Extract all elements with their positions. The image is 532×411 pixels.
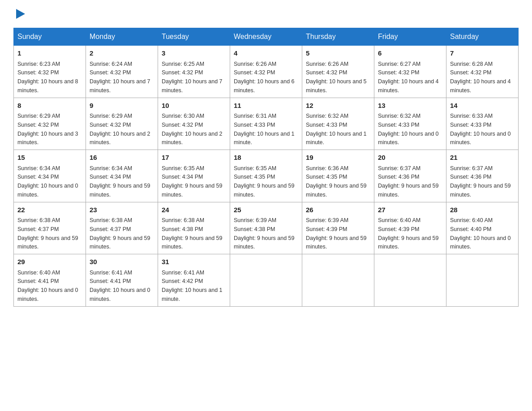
table-row: 19Sunrise: 6:36 AMSunset: 4:35 PMDayligh…: [302, 150, 374, 202]
day-number: 2: [90, 48, 154, 59]
table-row: [446, 254, 519, 307]
day-number: 22: [17, 205, 82, 215]
day-info: Sunrise: 6:40 AMSunset: 4:41 PMDaylight:…: [17, 270, 78, 302]
day-number: 19: [306, 153, 370, 163]
table-row: 16Sunrise: 6:34 AMSunset: 4:34 PMDayligh…: [86, 150, 158, 202]
week-row-4: 22Sunrise: 6:38 AMSunset: 4:37 PMDayligh…: [14, 202, 519, 254]
day-info: Sunrise: 6:32 AMSunset: 4:33 PMDaylight:…: [306, 113, 367, 146]
day-number: 9: [90, 101, 154, 111]
table-row: 28Sunrise: 6:40 AMSunset: 4:40 PMDayligh…: [446, 202, 519, 254]
day-number: 7: [450, 48, 515, 59]
day-number: 29: [17, 257, 82, 267]
table-row: 26Sunrise: 6:39 AMSunset: 4:39 PMDayligh…: [302, 202, 374, 254]
day-info: Sunrise: 6:38 AMSunset: 4:37 PMDaylight:…: [90, 217, 150, 250]
weekday-header-saturday: Saturday: [446, 28, 519, 46]
table-row: 25Sunrise: 6:39 AMSunset: 4:38 PMDayligh…: [230, 202, 302, 254]
day-info: Sunrise: 6:38 AMSunset: 4:37 PMDaylight:…: [17, 217, 78, 250]
day-info: Sunrise: 6:26 AMSunset: 4:32 PMDaylight:…: [306, 61, 367, 94]
logo: [13, 9, 25, 19]
week-row-1: 1Sunrise: 6:23 AMSunset: 4:32 PMDaylight…: [14, 46, 519, 98]
table-row: 22Sunrise: 6:38 AMSunset: 4:37 PMDayligh…: [14, 202, 86, 254]
table-row: 10Sunrise: 6:30 AMSunset: 4:32 PMDayligh…: [158, 98, 230, 150]
day-number: 10: [162, 101, 226, 111]
week-row-3: 15Sunrise: 6:34 AMSunset: 4:34 PMDayligh…: [14, 150, 519, 202]
table-row: 24Sunrise: 6:38 AMSunset: 4:38 PMDayligh…: [158, 202, 230, 254]
table-row: 15Sunrise: 6:34 AMSunset: 4:34 PMDayligh…: [14, 150, 86, 202]
weekday-header-row: SundayMondayTuesdayWednesdayThursdayFrid…: [14, 28, 519, 46]
svg-marker-0: [16, 9, 25, 19]
table-row: [374, 254, 446, 307]
day-info: Sunrise: 6:29 AMSunset: 4:32 PMDaylight:…: [17, 113, 78, 146]
day-info: Sunrise: 6:35 AMSunset: 4:34 PMDaylight:…: [162, 165, 223, 198]
day-number: 11: [234, 101, 298, 111]
day-number: 25: [234, 205, 298, 215]
day-info: Sunrise: 6:35 AMSunset: 4:35 PMDaylight:…: [234, 165, 295, 198]
table-row: 6Sunrise: 6:27 AMSunset: 4:32 PMDaylight…: [374, 46, 446, 98]
day-number: 18: [234, 153, 298, 163]
table-row: 27Sunrise: 6:40 AMSunset: 4:39 PMDayligh…: [374, 202, 446, 254]
day-number: 5: [306, 48, 370, 59]
day-info: Sunrise: 6:36 AMSunset: 4:35 PMDaylight:…: [306, 165, 367, 198]
day-number: 31: [162, 257, 226, 267]
weekday-header-friday: Friday: [374, 28, 446, 46]
day-info: Sunrise: 6:28 AMSunset: 4:32 PMDaylight:…: [450, 61, 511, 94]
day-info: Sunrise: 6:37 AMSunset: 4:36 PMDaylight:…: [450, 165, 511, 198]
table-row: 12Sunrise: 6:32 AMSunset: 4:33 PMDayligh…: [302, 98, 374, 150]
weekday-header-monday: Monday: [86, 28, 158, 46]
day-number: 13: [378, 101, 442, 111]
table-row: 11Sunrise: 6:31 AMSunset: 4:33 PMDayligh…: [230, 98, 302, 150]
table-row: 7Sunrise: 6:28 AMSunset: 4:32 PMDaylight…: [446, 46, 519, 98]
table-row: 14Sunrise: 6:33 AMSunset: 4:33 PMDayligh…: [446, 98, 519, 150]
day-info: Sunrise: 6:25 AMSunset: 4:32 PMDaylight:…: [162, 61, 223, 94]
day-number: 6: [378, 48, 442, 59]
weekday-header-sunday: Sunday: [14, 28, 86, 46]
table-row: 13Sunrise: 6:32 AMSunset: 4:33 PMDayligh…: [374, 98, 446, 150]
calendar-table: SundayMondayTuesdayWednesdayThursdayFrid…: [13, 28, 519, 307]
day-info: Sunrise: 6:40 AMSunset: 4:39 PMDaylight:…: [378, 217, 439, 250]
day-info: Sunrise: 6:32 AMSunset: 4:33 PMDaylight:…: [378, 113, 439, 146]
table-row: 18Sunrise: 6:35 AMSunset: 4:35 PMDayligh…: [230, 150, 302, 202]
table-row: 17Sunrise: 6:35 AMSunset: 4:34 PMDayligh…: [158, 150, 230, 202]
table-row: 8Sunrise: 6:29 AMSunset: 4:32 PMDaylight…: [14, 98, 86, 150]
day-number: 24: [162, 205, 226, 215]
day-info: Sunrise: 6:39 AMSunset: 4:39 PMDaylight:…: [306, 217, 367, 250]
day-number: 27: [378, 205, 442, 215]
page-header: [13, 9, 519, 19]
table-row: 21Sunrise: 6:37 AMSunset: 4:36 PMDayligh…: [446, 150, 519, 202]
day-info: Sunrise: 6:26 AMSunset: 4:32 PMDaylight:…: [234, 61, 295, 94]
day-number: 4: [234, 48, 298, 59]
day-info: Sunrise: 6:34 AMSunset: 4:34 PMDaylight:…: [90, 165, 150, 198]
table-row: [230, 254, 302, 307]
day-number: 23: [90, 205, 154, 215]
table-row: 31Sunrise: 6:41 AMSunset: 4:42 PMDayligh…: [158, 254, 230, 307]
table-row: 3Sunrise: 6:25 AMSunset: 4:32 PMDaylight…: [158, 46, 230, 98]
day-info: Sunrise: 6:30 AMSunset: 4:32 PMDaylight:…: [162, 113, 223, 146]
day-info: Sunrise: 6:23 AMSunset: 4:32 PMDaylight:…: [17, 61, 78, 94]
day-number: 16: [90, 153, 154, 163]
week-row-5: 29Sunrise: 6:40 AMSunset: 4:41 PMDayligh…: [14, 254, 519, 307]
day-number: 20: [378, 153, 442, 163]
day-number: 1: [17, 48, 82, 59]
logo-triangle-icon: [16, 9, 25, 19]
day-info: Sunrise: 6:27 AMSunset: 4:32 PMDaylight:…: [378, 61, 439, 94]
day-number: 17: [162, 153, 226, 163]
day-info: Sunrise: 6:40 AMSunset: 4:40 PMDaylight:…: [450, 217, 511, 250]
day-info: Sunrise: 6:39 AMSunset: 4:38 PMDaylight:…: [234, 217, 295, 250]
day-number: 30: [90, 257, 154, 267]
day-info: Sunrise: 6:41 AMSunset: 4:42 PMDaylight:…: [162, 270, 223, 302]
day-number: 14: [450, 101, 515, 111]
day-number: 15: [17, 153, 82, 163]
table-row: 4Sunrise: 6:26 AMSunset: 4:32 PMDaylight…: [230, 46, 302, 98]
day-info: Sunrise: 6:31 AMSunset: 4:33 PMDaylight:…: [234, 113, 295, 146]
table-row: 29Sunrise: 6:40 AMSunset: 4:41 PMDayligh…: [14, 254, 86, 307]
day-info: Sunrise: 6:41 AMSunset: 4:41 PMDaylight:…: [90, 270, 150, 302]
weekday-header-tuesday: Tuesday: [158, 28, 230, 46]
table-row: 23Sunrise: 6:38 AMSunset: 4:37 PMDayligh…: [86, 202, 158, 254]
table-row: 1Sunrise: 6:23 AMSunset: 4:32 PMDaylight…: [14, 46, 86, 98]
week-row-2: 8Sunrise: 6:29 AMSunset: 4:32 PMDaylight…: [14, 98, 519, 150]
day-info: Sunrise: 6:33 AMSunset: 4:33 PMDaylight:…: [450, 113, 511, 146]
day-number: 26: [306, 205, 370, 215]
day-number: 8: [17, 101, 82, 111]
day-info: Sunrise: 6:29 AMSunset: 4:32 PMDaylight:…: [90, 113, 150, 146]
table-row: 9Sunrise: 6:29 AMSunset: 4:32 PMDaylight…: [86, 98, 158, 150]
